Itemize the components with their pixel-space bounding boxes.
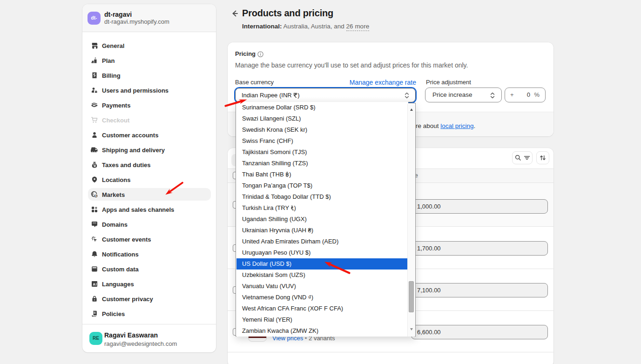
svg-text:$: $ — [95, 194, 97, 198]
